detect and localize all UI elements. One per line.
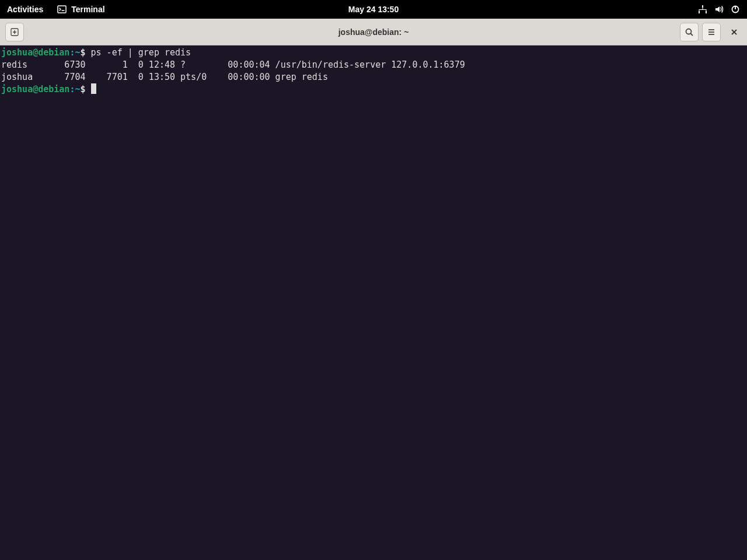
terminal-line: redis 6730 1 0 12:48 ? 00:00:04 /usr/bin… — [1, 59, 746, 71]
terminal-headerbar: joshua@debian: ~ — [0, 19, 747, 46]
close-button[interactable] — [725, 23, 743, 41]
cursor — [91, 83, 96, 94]
svg-rect-0 — [58, 6, 66, 13]
svg-rect-6 — [699, 9, 700, 12]
terminal-line: joshua@debian:~$ ps -ef | grep redis — [1, 47, 746, 59]
terminal-line: joshua@debian:~$ — [1, 83, 746, 96]
volume-icon[interactable] — [714, 5, 724, 14]
new-tab-button[interactable] — [5, 23, 24, 41]
terminal-app-icon — [57, 5, 67, 14]
gnome-topbar: Activities Terminal May 24 13:50 — [0, 0, 747, 19]
svg-rect-5 — [699, 9, 707, 10]
search-button[interactable] — [680, 23, 699, 41]
window-title: joshua@debian: ~ — [338, 27, 409, 37]
svg-rect-7 — [706, 9, 707, 12]
hamburger-menu-button[interactable] — [702, 23, 721, 41]
current-app-indicator[interactable]: Terminal — [57, 5, 104, 14]
power-icon[interactable] — [731, 5, 740, 14]
current-app-name: Terminal — [71, 5, 104, 14]
clock[interactable]: May 24 13:50 — [348, 5, 399, 14]
svg-point-13 — [686, 29, 692, 34]
activities-button[interactable]: Activities — [7, 5, 43, 14]
network-icon[interactable] — [698, 5, 707, 14]
terminal-content[interactable]: joshua@debian:~$ ps -ef | grep redisredi… — [0, 46, 747, 560]
svg-line-14 — [691, 33, 693, 36]
terminal-line: joshua 7704 7701 0 13:50 pts/0 00:00:00 … — [1, 71, 746, 83]
